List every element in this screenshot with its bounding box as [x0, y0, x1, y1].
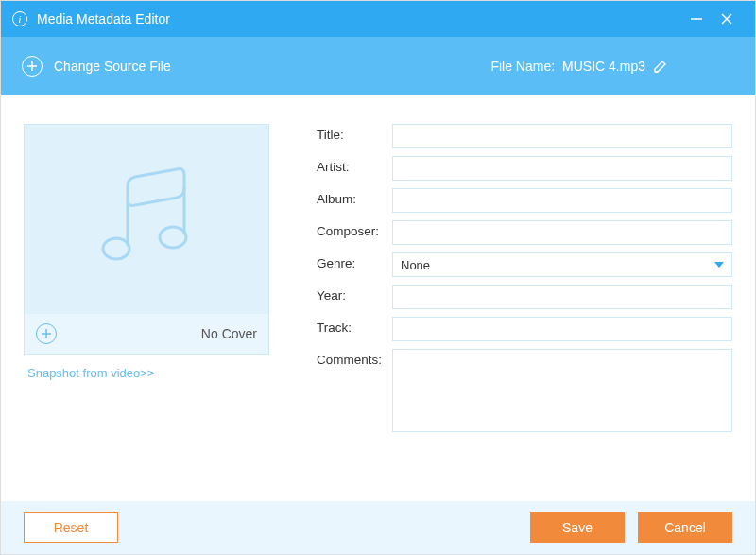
metadata-form: Title: Artist: Album: Composer: Genre: N…	[317, 124, 732, 490]
artist-input[interactable]	[392, 156, 732, 181]
comments-label: Comments:	[317, 349, 392, 367]
app-window: i Media Metadata Editor Change Source Fi…	[0, 0, 756, 555]
genre-select[interactable]: None	[392, 252, 732, 277]
titlebar: i Media Metadata Editor	[1, 1, 755, 37]
save-button[interactable]: Save	[530, 512, 625, 543]
title-input[interactable]	[392, 124, 732, 148]
file-name-group: File Name: MUSIC 4.mp3	[490, 59, 668, 74]
change-source-button[interactable]: Change Source File	[22, 56, 171, 77]
toolbar: Change Source File File Name: MUSIC 4.mp…	[1, 37, 755, 95]
title-label: Title:	[317, 124, 392, 142]
svg-point-8	[103, 238, 129, 259]
plus-circle-icon	[22, 56, 43, 77]
add-cover-button[interactable]	[36, 323, 57, 344]
composer-label: Composer:	[317, 220, 392, 238]
genre-value: None	[401, 258, 430, 272]
window-title: Media Metadata Editor	[37, 11, 170, 26]
cover-footer: No Cover	[25, 314, 268, 354]
year-label: Year:	[317, 285, 392, 303]
no-cover-label: No Cover	[57, 326, 257, 341]
album-input[interactable]	[392, 188, 732, 213]
svg-point-9	[160, 227, 186, 248]
file-name-value: MUSIC 4.mp3	[562, 59, 645, 74]
minimize-button[interactable]	[681, 4, 712, 34]
cover-column: No Cover Snapshot from video>>	[24, 124, 279, 490]
artist-label: Artist:	[317, 156, 392, 174]
reset-button[interactable]: Reset	[24, 512, 118, 543]
comments-textarea[interactable]	[392, 349, 732, 432]
music-note-icon	[90, 167, 203, 271]
cover-box: No Cover	[24, 124, 269, 355]
cancel-button[interactable]: Cancel	[638, 512, 732, 543]
chevron-down-icon	[714, 262, 724, 268]
track-label: Track:	[317, 317, 392, 335]
edit-filename-button[interactable]	[653, 59, 668, 74]
main-content: No Cover Snapshot from video>> Title: Ar…	[1, 95, 755, 501]
album-label: Album:	[317, 188, 392, 206]
footer: Reset Save Cancel	[1, 501, 755, 554]
close-button[interactable]	[712, 4, 742, 34]
year-input[interactable]	[392, 285, 732, 309]
composer-input[interactable]	[392, 220, 732, 245]
file-name-label: File Name:	[490, 59, 555, 74]
change-source-label: Change Source File	[54, 59, 171, 74]
info-icon: i	[12, 11, 27, 26]
snapshot-from-video-link[interactable]: Snapshot from video>>	[24, 366, 279, 380]
track-input[interactable]	[392, 317, 732, 341]
genre-label: Genre:	[317, 252, 392, 270]
cover-art-placeholder	[25, 125, 268, 314]
